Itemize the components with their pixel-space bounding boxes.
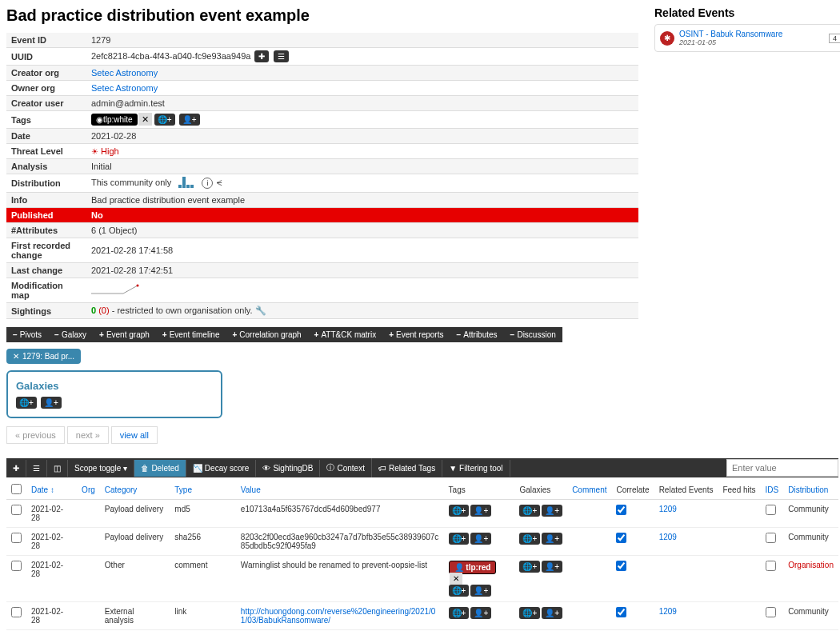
link-creator-org[interactable]: Setec Astronomy [91,68,158,78]
value-info: Bad practice distribution event example [86,193,638,208]
col-comment[interactable]: Comment [567,481,611,500]
add-attribute-button[interactable]: ✚ [6,460,26,477]
galaxies-panel: Galaxies 🌐+ 👤+ [6,370,222,418]
value-distribution: This community only [91,178,171,187]
row-correlate-checkbox[interactable] [616,533,626,543]
tag-tlp-white[interactable]: ◉ tlp:white [91,114,138,126]
tab-correlation-graph[interactable]: +Correlation graph [226,327,307,342]
sightings-count: 0 [91,306,96,315]
label-event-id: Event ID [6,33,86,48]
col-org[interactable]: Org [77,481,100,500]
tag-remove-button[interactable]: ✕ [450,573,462,585]
related-event-date: 2021-01-05 [679,38,782,46]
tab-attributes[interactable]: −Attributes [450,327,503,342]
row-checkbox[interactable] [11,607,22,617]
row-correlate-checkbox[interactable] [616,607,626,617]
label-owner-org: Owner org [6,81,86,96]
tab-pivots[interactable]: −Pivots [6,327,48,342]
row-type: md5 [170,500,236,528]
tab-discussion[interactable]: −Discussion [504,327,562,342]
related-event-item[interactable]: ✱ OSINT - Babuk Ransomware 2021-01-05 4 [654,24,840,52]
value-last-change: 2021-02-28 17:42:51 [86,263,638,278]
row-value-link[interactable]: http://chuongdong.com/reverse%20engineer… [241,607,436,625]
decay-score-button[interactable]: 📉 Decay score [186,460,257,477]
col-galaxies: Galaxies [514,481,567,500]
tab-event-reports[interactable]: +Event reports [382,327,450,342]
galaxy-add-global-button[interactable]: 🌐+ [16,397,37,409]
col-category[interactable]: Category [100,481,170,500]
distribution-info-icon[interactable]: i [202,178,213,189]
row-add-local-tag[interactable]: 👤+ [542,607,562,619]
tag-remove-button[interactable]: ✕ [138,113,152,126]
related-event-count: 4 [829,34,840,43]
tab-galaxy[interactable]: −Galaxy [48,327,93,342]
value-threat: High [91,146,119,156]
row-add-global-tag[interactable]: 🌐+ [449,607,470,619]
row-add-global-tag[interactable]: 🌐+ [449,533,470,545]
add-global-tag-button[interactable]: 🌐+ [154,114,175,126]
scope-toggle-button[interactable]: Scope toggle ▾ [68,460,134,477]
tab-event-graph[interactable]: +Event graph [93,327,156,342]
link-owner-org[interactable]: Setec Astronomy [91,83,158,93]
col-date[interactable]: Date ↕ [26,481,77,500]
uuid-expand-button[interactable]: ✚ [254,50,269,62]
pivot-chip[interactable]: ✕1279: Bad pr... [6,349,81,364]
sightingdb-button[interactable]: 👁 SightingDB [256,460,320,477]
label-sightings: Sightings [6,303,86,319]
tab-event-timeline[interactable]: +Event timeline [156,327,226,342]
page-title: Bad practice distribution event example [6,6,638,25]
row-add-global-tag[interactable]: 🌐+ [519,505,540,517]
share-icon[interactable]: ⪪ [215,178,224,187]
select-all-checkbox[interactable] [11,484,22,494]
row-add-global-tag[interactable]: 🌐+ [519,607,540,619]
row-correlate-checkbox[interactable] [616,505,626,515]
row-add-local-tag[interactable]: 👤+ [470,505,491,517]
chip-close-icon[interactable]: ✕ [13,352,19,361]
filtering-tool-button[interactable]: ▼ Filtering tool [442,460,510,477]
row-correlate-checkbox[interactable] [616,561,626,571]
row-checkbox[interactable] [11,561,22,571]
context-button[interactable]: ⓘ Context [320,458,371,477]
row-add-local-tag[interactable]: 👤+ [542,533,562,545]
related-event-name: OSINT - Babuk Ransomware [679,30,782,38]
row-add-local-tag[interactable]: 👤+ [470,607,491,619]
label-tags: Tags [6,111,86,129]
col-type[interactable]: Type [170,481,236,500]
row-add-global-tag[interactable]: 🌐+ [519,561,540,573]
value-date: 2021-02-28 [86,129,638,144]
pager-next[interactable]: next » [67,426,109,444]
value-uuid: 2efc8218-4cba-4f43-a040-fc9e93aa949a [91,51,250,61]
sightings-note: - restricted to own organisation only. [112,306,253,315]
row-add-global-tag[interactable]: 🌐+ [519,533,540,545]
label-modmap: Modification map [6,278,86,303]
row-checkbox[interactable] [11,505,22,515]
pager-prev[interactable]: « previous [6,426,65,444]
deleted-button[interactable]: 🗑 Deleted [134,460,186,477]
row-category: Payload delivery [100,500,170,528]
label-creator-user: Creator user [6,96,86,111]
value-creator-user: admin@admin.test [86,96,638,111]
uuid-list-button[interactable]: ☰ [274,50,289,62]
row-add-local-tag[interactable]: 👤+ [542,561,562,573]
tab-attck-matrix[interactable]: +ATT&CK matrix [308,327,383,342]
row-date: 2021-02-28 [26,528,77,556]
related-tags-button[interactable]: 🏷 Related Tags [372,460,442,477]
label-info: Info [6,193,86,208]
row-date: 2021-02-28 [26,630,77,636]
row-add-local-tag[interactable]: 👤+ [470,585,491,597]
row-add-global-tag[interactable]: 🌐+ [449,505,470,517]
sightings-config-icon[interactable]: 🔧 [255,306,266,315]
add-local-tag-button[interactable]: 👤+ [179,114,200,126]
list-button[interactable]: ☰ [26,460,47,477]
row-add-global-tag[interactable]: 🌐+ [449,585,470,597]
galaxy-add-local-button[interactable]: 👤+ [41,397,62,409]
row-add-local-tag[interactable]: 👤+ [542,505,562,517]
group-button[interactable]: ◫ [47,460,68,477]
row-type: link [170,630,236,636]
attribute-search-input[interactable] [726,459,838,477]
col-value[interactable]: Value [236,481,444,500]
row-type: link [170,602,236,630]
pager-view-all[interactable]: view all [111,426,158,444]
row-add-local-tag[interactable]: 👤+ [470,533,491,545]
row-checkbox[interactable] [11,533,22,543]
